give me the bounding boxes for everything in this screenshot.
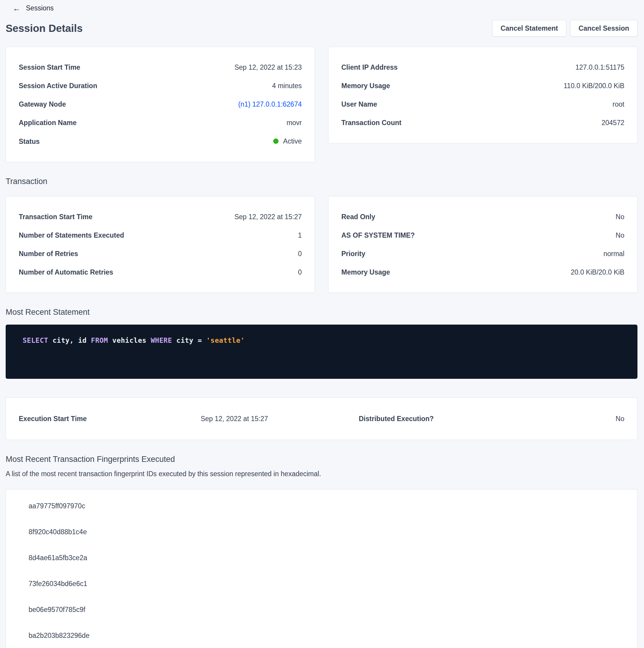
section-title-most-recent-statement: Most Recent Statement xyxy=(6,308,637,317)
status-row: Status Active xyxy=(19,132,302,151)
fingerprint-row: ba2b203b823296de xyxy=(19,623,624,648)
execution-card: Execution Start Time Sep 12, 2022 at 15:… xyxy=(6,397,637,440)
info-label: Priority xyxy=(341,249,365,259)
info-value: 204572 xyxy=(601,118,624,127)
page-header: Session Details Cancel Statement Cancel … xyxy=(6,20,637,37)
info-value: movr xyxy=(287,118,302,127)
info-label: Number of Automatic Retries xyxy=(19,267,113,277)
info-label: User Name xyxy=(341,100,377,109)
info-label: Gateway Node xyxy=(19,100,66,109)
info-value: Sep 12, 2022 at 15:23 xyxy=(235,62,302,72)
sql-string-literal: 'seattle' xyxy=(206,336,245,344)
page-title: Session Details xyxy=(6,22,83,34)
info-label: Client IP Address xyxy=(341,62,398,72)
info-value: Sep 12, 2022 at 15:27 xyxy=(235,212,302,222)
session-details-page: ← Sessions Session Details Cancel Statem… xyxy=(0,0,644,648)
fingerprint-row: 8f920c40d88b1c4e xyxy=(19,519,624,545)
breadcrumb[interactable]: ← Sessions xyxy=(6,4,637,12)
sql-statement-box: SELECT city, id FROM vehicles WHERE city… xyxy=(6,325,637,379)
info-value: 0 xyxy=(298,267,302,277)
txn-memory-usage-row: Memory Usage 20.0 KiB/20.0 KiB xyxy=(341,263,624,281)
fingerprints-card: aa79775ff097970c 8f920c40d88b1c4e 8d4ae6… xyxy=(6,489,637,648)
retries-row: Number of Retries 0 xyxy=(19,245,302,263)
transaction-card-left: Transaction Start Time Sep 12, 2022 at 1… xyxy=(6,196,315,293)
status-text: Active xyxy=(283,137,302,146)
fingerprint-row: aa79775ff097970c xyxy=(19,493,624,519)
sql-keyword: FROM xyxy=(91,336,108,344)
fingerprint-row: be06e9570f785c9f xyxy=(19,597,624,623)
sql-keyword: SELECT xyxy=(22,336,48,344)
status-active-dot-icon xyxy=(273,139,279,144)
info-label: Session Start Time xyxy=(19,62,80,72)
info-label: Read Only xyxy=(341,212,375,222)
info-value: root xyxy=(612,100,624,109)
info-label: Execution Start Time xyxy=(19,415,86,423)
session-summary-card-left: Session Start Time Sep 12, 2022 at 15:23… xyxy=(6,47,315,162)
user-name-row: User Name root xyxy=(341,95,624,113)
info-value: 110.0 KiB/200.0 KiB xyxy=(564,81,624,91)
memory-usage-row: Memory Usage 110.0 KiB/200.0 KiB xyxy=(341,76,624,95)
sql-statement-text: SELECT city, id FROM vehicles WHERE city… xyxy=(22,336,621,344)
sql-text: city = xyxy=(172,336,206,344)
distributed-execution-row: Distributed Execution? No xyxy=(322,415,625,423)
info-value: 1 xyxy=(298,230,302,240)
session-active-duration-row: Session Active Duration 4 minutes xyxy=(19,76,302,95)
info-value: No xyxy=(616,230,624,240)
info-label: Number of Retries xyxy=(19,249,78,259)
info-label: Memory Usage xyxy=(341,267,390,277)
info-value: 127.0.0.1:51175 xyxy=(575,62,624,72)
info-label: Memory Usage xyxy=(341,81,390,91)
priority-row: Priority normal xyxy=(341,245,624,263)
cancel-session-button[interactable]: Cancel Session xyxy=(570,20,637,37)
session-start-time-row: Session Start Time Sep 12, 2022 at 15:23 xyxy=(19,58,302,76)
section-title-transaction: Transaction xyxy=(6,177,637,186)
info-label: AS OF SYSTEM TIME? xyxy=(341,230,415,240)
info-label: Status xyxy=(19,137,40,146)
section-title-fingerprints: Most Recent Transaction Fingerprints Exe… xyxy=(6,455,637,464)
execution-grid: Execution Start Time Sep 12, 2022 at 15:… xyxy=(19,415,624,423)
info-value: 20.0 KiB/20.0 KiB xyxy=(571,267,624,277)
client-ip-row: Client IP Address 127.0.0.1:51175 xyxy=(341,58,624,76)
info-value: 0 xyxy=(298,249,302,259)
info-label: Application Name xyxy=(19,118,76,127)
transaction-count-row: Transaction Count 204572 xyxy=(341,113,624,132)
transaction-card-right: Read Only No AS OF SYSTEM TIME? No Prior… xyxy=(328,196,637,293)
session-summary-row: Session Start Time Sep 12, 2022 at 15:23… xyxy=(6,47,637,162)
as-of-system-time-row: AS OF SYSTEM TIME? No xyxy=(341,226,624,245)
info-label: Session Active Duration xyxy=(19,81,97,91)
sql-text: city, id xyxy=(48,336,91,344)
header-actions: Cancel Statement Cancel Session xyxy=(492,20,637,37)
session-summary-card-right: Client IP Address 127.0.0.1:51175 Memory… xyxy=(328,47,637,143)
transaction-start-time-row: Transaction Start Time Sep 12, 2022 at 1… xyxy=(19,208,302,226)
application-name-row: Application Name movr xyxy=(19,113,302,132)
automatic-retries-row: Number of Automatic Retries 0 xyxy=(19,263,302,281)
transaction-row: Transaction Start Time Sep 12, 2022 at 1… xyxy=(6,196,637,293)
status-badge: Active xyxy=(273,137,302,146)
info-value: normal xyxy=(603,249,624,259)
back-arrow-icon: ← xyxy=(13,4,20,12)
info-value: Sep 12, 2022 at 15:27 xyxy=(200,415,268,423)
gateway-node-row: Gateway Node (n1) 127.0.0.1:62674 xyxy=(19,95,302,113)
fingerprint-row: 8d4ae61a5fb3ce2a xyxy=(19,545,624,571)
info-value: No xyxy=(616,212,624,222)
breadcrumb-label: Sessions xyxy=(26,4,54,12)
gateway-node-link[interactable]: (n1) 127.0.0.1:62674 xyxy=(238,100,302,109)
info-label: Number of Statements Executed xyxy=(19,230,124,240)
info-value: No xyxy=(616,415,624,423)
cancel-statement-button[interactable]: Cancel Statement xyxy=(492,20,566,37)
info-value: 4 minutes xyxy=(272,81,302,91)
info-label: Transaction Count xyxy=(341,118,402,127)
read-only-row: Read Only No xyxy=(341,208,624,226)
info-label: Transaction Start Time xyxy=(19,212,93,222)
sql-text: vehicles xyxy=(108,336,151,344)
sql-keyword: WHERE xyxy=(151,336,172,344)
fingerprint-row: 73fe26034bd6e6c1 xyxy=(19,571,624,597)
statements-executed-row: Number of Statements Executed 1 xyxy=(19,226,302,245)
fingerprints-description: A list of the most recent transaction fi… xyxy=(6,470,637,478)
execution-start-time-row: Execution Start Time Sep 12, 2022 at 15:… xyxy=(19,415,322,423)
info-label: Distributed Execution? xyxy=(359,415,434,423)
